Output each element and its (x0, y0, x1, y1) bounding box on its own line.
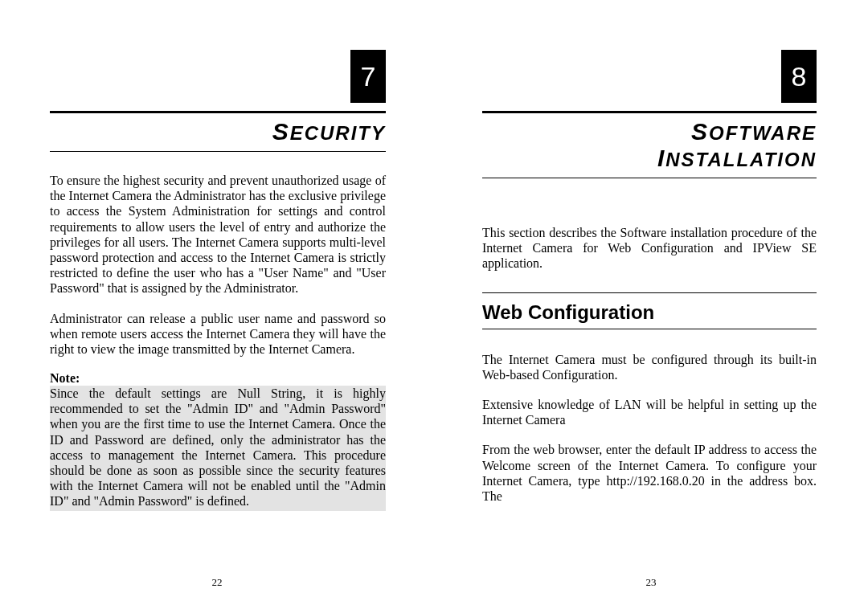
section-body: The Internet Camera must be configured t… (482, 352, 817, 505)
page-left: 7 SECURITY To ensure the highest securit… (0, 0, 434, 613)
intro-text: This section describes the Software inst… (482, 225, 817, 272)
paragraph: From the web browser, enter the default … (482, 442, 817, 504)
section-heading-web-configuration: Web Configuration (482, 301, 817, 324)
chapter-rule-bottom (482, 178, 817, 178)
chapter-rule-top (50, 111, 386, 113)
note-label: Note: (50, 371, 386, 386)
section-rule-top (482, 292, 817, 293)
chapter-title-software-installation: SOFTWARE INSTALLATION (482, 118, 817, 171)
note-box: Since the default settings are Null Stri… (50, 386, 386, 511)
body-text-left: To ensure the highest security and preve… (50, 173, 386, 511)
paragraph: This section describes the Software inst… (482, 225, 817, 272)
page-number-right: 23 (434, 576, 868, 589)
paragraph: The Internet Camera must be configured t… (482, 352, 817, 382)
chapter-number-badge: 8 (781, 50, 817, 103)
paragraph: Extensive knowledge of LAN will be helpf… (482, 397, 817, 427)
section-rule-bottom (482, 329, 817, 329)
paragraph: Administrator can release a public user … (50, 311, 386, 358)
chapter-rule-top (482, 111, 817, 113)
paragraph: To ensure the highest security and preve… (50, 173, 386, 296)
chapter-number-badge: 7 (350, 50, 386, 103)
page-right: 8 SOFTWARE INSTALLATION This section des… (434, 0, 868, 613)
page-number-left: 22 (0, 576, 434, 589)
chapter-rule-bottom (50, 151, 386, 152)
chapter-title-security: SECURITY (50, 118, 386, 145)
